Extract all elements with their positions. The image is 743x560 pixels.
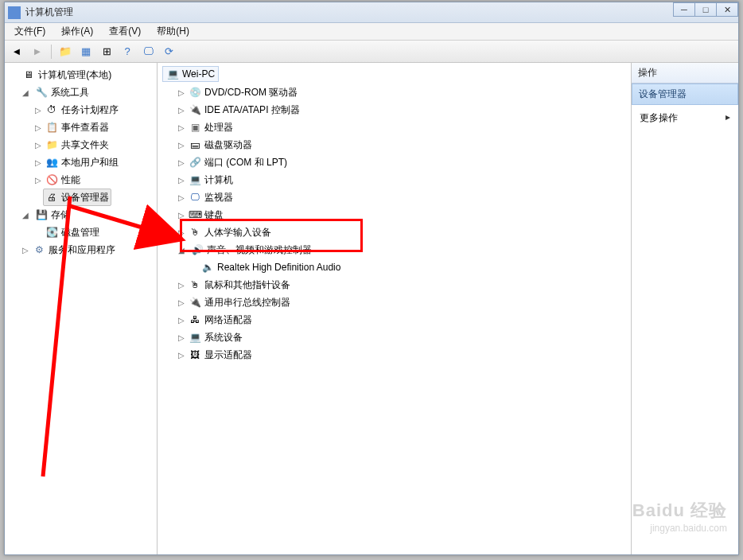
tree-system-tools[interactable]: 系统工具 bbox=[33, 84, 91, 101]
expander-icon[interactable]: ▷ bbox=[33, 173, 43, 189]
chevron-right-icon: ▸ bbox=[725, 111, 730, 122]
expander-icon[interactable]: ▷ bbox=[177, 208, 186, 224]
menu-action[interactable]: 操作(A) bbox=[55, 23, 99, 40]
monitor-icon: 🖵 bbox=[143, 45, 154, 57]
share-icon bbox=[45, 138, 58, 151]
expander-icon[interactable]: ▷ bbox=[177, 85, 186, 101]
maximize-button[interactable]: □ bbox=[694, 2, 717, 17]
close-button[interactable]: ✕ bbox=[716, 2, 738, 17]
pc-icon bbox=[189, 173, 201, 186]
tree-storage[interactable]: 存储 bbox=[33, 206, 72, 224]
menu-help[interactable]: 帮助(H) bbox=[150, 23, 196, 40]
expander-icon[interactable]: ▷ bbox=[177, 120, 186, 136]
expander-icon[interactable]: ▷ bbox=[177, 313, 186, 329]
titlebar: 计算机管理 ─ □ ✕ bbox=[5, 2, 738, 23]
tree-label: 存储 bbox=[51, 207, 70, 223]
expander-icon[interactable]: ▷ bbox=[177, 225, 186, 241]
tree-label: 鼠标和其他指针设备 bbox=[204, 277, 290, 293]
device-keyboards[interactable]: 键盘 bbox=[186, 206, 226, 224]
back-icon: ◄ bbox=[12, 45, 22, 57]
tree-label: 网络适配器 bbox=[204, 312, 252, 328]
device-cpu[interactable]: 处理器 bbox=[186, 119, 235, 136]
device-tree-pane[interactable]: Wei-PC ▷DVD/CD-ROM 驱动器 ▷IDE ATA/ATAPI 控制… bbox=[158, 63, 632, 554]
hdd-icon bbox=[189, 138, 201, 151]
device-tree-root[interactable]: Wei-PC bbox=[162, 66, 219, 82]
expander-icon[interactable]: ◢ bbox=[21, 208, 30, 224]
expander-icon[interactable]: ▷ bbox=[177, 295, 186, 311]
device-disk-drives[interactable]: 磁盘驱动器 bbox=[186, 136, 255, 154]
keyboard-icon bbox=[189, 208, 201, 221]
tree-root-local[interactable]: 计算机管理(本地) bbox=[20, 66, 114, 84]
forward-button[interactable]: ► bbox=[29, 43, 46, 60]
expander-icon[interactable]: ◢ bbox=[21, 85, 30, 101]
expander-icon[interactable]: ▷ bbox=[21, 243, 30, 259]
device-mouse[interactable]: 鼠标和其他指针设备 bbox=[186, 276, 293, 294]
expander-icon[interactable]: ▷ bbox=[177, 190, 186, 206]
tree-label: 事件查看器 bbox=[61, 119, 109, 135]
main-window: 计算机管理 ─ □ ✕ 文件(F) 操作(A) 查看(V) 帮助(H) ◄ ► … bbox=[4, 2, 739, 555]
tree-task-scheduler[interactable]: 任务计划程序 bbox=[43, 101, 121, 119]
tree-performance[interactable]: 性能 bbox=[43, 171, 83, 189]
view-button[interactable]: ▦ bbox=[77, 43, 95, 60]
device-display[interactable]: 显示适配器 bbox=[186, 346, 255, 364]
expander-icon[interactable]: ▷ bbox=[33, 138, 43, 154]
hid-icon bbox=[189, 226, 201, 239]
tree-label: Wei-PC bbox=[182, 68, 215, 80]
device-dvd[interactable]: DVD/CD-ROM 驱动器 bbox=[186, 84, 300, 101]
menu-view[interactable]: 查看(V) bbox=[103, 23, 147, 40]
up-button[interactable]: 📁 bbox=[56, 43, 74, 60]
storage-icon bbox=[35, 208, 48, 221]
tree-label: Realtek High Definition Audio bbox=[217, 259, 340, 275]
device-computers[interactable]: 计算机 bbox=[186, 171, 235, 189]
expander-icon[interactable]: ▷ bbox=[33, 155, 43, 171]
refresh-button[interactable]: ⟳ bbox=[160, 43, 177, 60]
device-ports[interactable]: 端口 (COM 和 LPT) bbox=[186, 154, 290, 171]
device-system[interactable]: 系统设备 bbox=[186, 329, 245, 346]
help-button[interactable]: ? bbox=[119, 43, 136, 60]
expander-icon[interactable]: ▷ bbox=[177, 348, 186, 364]
tree-label: 通用串行总线控制器 bbox=[204, 294, 290, 310]
properties-button[interactable]: ⊞ bbox=[98, 43, 115, 60]
device-ide[interactable]: IDE ATA/ATAPI 控制器 bbox=[186, 101, 302, 119]
tree-label: 键盘 bbox=[204, 207, 224, 223]
tree-event-viewer[interactable]: 事件查看器 bbox=[43, 119, 111, 136]
scan-button[interactable]: 🖵 bbox=[139, 43, 157, 60]
toolbar: ◄ ► 📁 ▦ ⊞ ? 🖵 ⟳ bbox=[5, 41, 738, 63]
tree-label: 计算机 bbox=[204, 172, 233, 188]
expander-icon[interactable]: ▷ bbox=[33, 103, 43, 119]
tree-services-apps[interactable]: 服务和应用程序 bbox=[30, 241, 118, 259]
expander-icon[interactable]: ▷ bbox=[177, 155, 186, 171]
expander-icon[interactable]: ▷ bbox=[177, 173, 186, 189]
expander-icon[interactable]: ▷ bbox=[177, 103, 186, 119]
tree-label: 人体学输入设备 bbox=[204, 224, 271, 240]
back-button[interactable]: ◄ bbox=[8, 43, 25, 60]
tree-device-manager[interactable]: 设备管理器 bbox=[43, 189, 111, 206]
event-icon bbox=[45, 121, 58, 134]
device-hid[interactable]: 人体学输入设备 bbox=[186, 224, 274, 241]
grid-icon: ⊞ bbox=[103, 45, 111, 57]
expander-icon[interactable]: ▷ bbox=[177, 138, 186, 154]
network-icon bbox=[189, 313, 201, 326]
left-tree-pane[interactable]: 计算机管理(本地) ◢ 系统工具 ▷任务计划程序 ▷事件查看器 bbox=[5, 63, 158, 554]
dvd-icon bbox=[189, 86, 201, 99]
tree-disk-management[interactable]: 磁盘管理 bbox=[43, 224, 102, 241]
mouse-icon bbox=[189, 278, 201, 291]
device-audio-controllers[interactable]: 声音、视频和游戏控制器 bbox=[189, 241, 314, 259]
minimize-button[interactable]: ─ bbox=[673, 2, 695, 17]
expander-icon[interactable]: ▷ bbox=[33, 120, 43, 136]
tree-local-users[interactable]: 本地用户和组 bbox=[43, 154, 121, 171]
expander-icon[interactable]: ▷ bbox=[177, 278, 186, 294]
content-area: 计算机管理(本地) ◢ 系统工具 ▷任务计划程序 ▷事件查看器 bbox=[5, 63, 738, 554]
refresh-icon: ⟳ bbox=[165, 45, 173, 57]
device-network[interactable]: 网络适配器 bbox=[186, 311, 255, 329]
pc-icon bbox=[166, 68, 179, 80]
device-realtek-audio[interactable]: Realtek High Definition Audio bbox=[199, 259, 343, 276]
expander-icon[interactable]: ▷ bbox=[177, 330, 186, 346]
services-icon bbox=[33, 243, 45, 256]
tree-shared-folders[interactable]: 共享文件夹 bbox=[43, 136, 111, 154]
more-actions-link[interactable]: 更多操作 bbox=[640, 112, 678, 123]
device-monitors[interactable]: 监视器 bbox=[186, 189, 235, 206]
device-usb[interactable]: 通用串行总线控制器 bbox=[186, 294, 293, 311]
expander-icon[interactable]: ◢ bbox=[177, 243, 186, 259]
menu-file[interactable]: 文件(F) bbox=[8, 23, 52, 40]
